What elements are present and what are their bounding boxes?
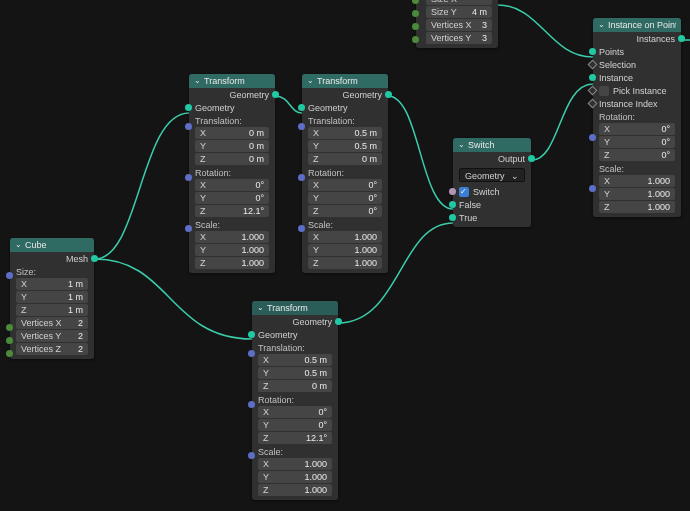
node-header[interactable]: ⌄ Transform <box>252 301 338 315</box>
pick-instance-row[interactable]: Pick Instance <box>593 84 681 97</box>
transform-node-1[interactable]: ⌄ Transform Geometry Geometry Translatio… <box>189 74 275 273</box>
grid-verts-x-field[interactable]: Vertices X3 <box>426 19 492 31</box>
sz-field[interactable]: Z1.000 <box>308 257 382 269</box>
sy-field[interactable]: Y1.000 <box>195 244 269 256</box>
sz-field[interactable]: Z1.000 <box>599 201 675 213</box>
points-input-row: Points <box>593 45 681 58</box>
scale-label: Scale: <box>593 162 681 174</box>
node-header[interactable]: ⌄ Transform <box>189 74 275 88</box>
node-title: Switch <box>468 140 495 150</box>
switch-checkbox[interactable] <box>459 187 469 197</box>
ry-field[interactable]: Y0° <box>258 419 332 431</box>
switch-true-row: True <box>453 211 531 224</box>
tx-field[interactable]: X0 m <box>195 127 269 139</box>
switch-toggle-row[interactable]: Switch <box>453 185 531 198</box>
chevron-down-icon: ⌄ <box>307 77 314 85</box>
verts-y-field[interactable]: Vertices Y2 <box>16 330 88 342</box>
chevron-down-icon: ⌄ <box>511 169 519 181</box>
sx-field[interactable]: X1.000 <box>599 175 675 187</box>
ty-field[interactable]: Y0 m <box>195 140 269 152</box>
ty-field[interactable]: Y0.5 m <box>308 140 382 152</box>
chevron-down-icon: ⌄ <box>194 77 201 85</box>
chevron-down-icon: ⌄ <box>257 304 264 312</box>
node-title: Instance on Points <box>608 20 676 30</box>
rot-label: Rotation: <box>302 166 388 178</box>
rz-field[interactable]: Z12.1° <box>195 205 269 217</box>
size-y-field[interactable]: Y1 m <box>16 291 88 303</box>
instances-output-row: Instances <box>593 32 681 45</box>
scale-label: Scale: <box>252 445 338 457</box>
chevron-down-icon: ⌄ <box>15 241 22 249</box>
node-title: Transform <box>204 76 245 86</box>
trans-label: Translation: <box>189 114 275 126</box>
chevron-down-icon: ⌄ <box>458 141 465 149</box>
geometry-output-row: Geometry <box>189 88 275 101</box>
tz-field[interactable]: Z0 m <box>308 153 382 165</box>
sx-field[interactable]: X1.000 <box>195 231 269 243</box>
trans-label: Translation: <box>252 341 338 353</box>
rx-field[interactable]: X0° <box>195 179 269 191</box>
geometry-input-row: Geometry <box>302 101 388 114</box>
size-label: Size: <box>10 265 94 277</box>
rx-field[interactable]: X0° <box>599 123 675 135</box>
verts-z-field[interactable]: Vertices Z2 <box>16 343 88 355</box>
scale-label: Scale: <box>302 218 388 230</box>
switch-output-row: Output <box>453 152 531 165</box>
rot-label: Rotation: <box>252 393 338 405</box>
size-x-field[interactable]: X1 m <box>16 278 88 290</box>
switch-type-dropdown[interactable]: Geometry⌄ <box>459 168 525 182</box>
geometry-input-row: Geometry <box>189 101 275 114</box>
transform-node-3[interactable]: ⌄ Transform Geometry Geometry Translatio… <box>252 301 338 500</box>
pick-instance-checkbox[interactable] <box>599 86 609 96</box>
tx-field[interactable]: X0.5 m <box>308 127 382 139</box>
node-header[interactable]: ⌄ Instance on Points <box>593 18 681 32</box>
rz-field[interactable]: Z12.1° <box>258 432 332 444</box>
instance-index-row: Instance Index <box>593 97 681 110</box>
mesh-output-row: Mesh <box>10 252 94 265</box>
sz-field[interactable]: Z1.000 <box>258 484 332 496</box>
node-title: Cube <box>25 240 47 250</box>
sy-field[interactable]: Y1.000 <box>308 244 382 256</box>
instance-input-row: Instance <box>593 71 681 84</box>
grid-size-x-field[interactable]: Size X <box>426 0 492 5</box>
tz-field[interactable]: Z0 m <box>195 153 269 165</box>
ry-field[interactable]: Y0° <box>195 192 269 204</box>
rx-field[interactable]: X0° <box>258 406 332 418</box>
rz-field[interactable]: Z0° <box>599 149 675 161</box>
trans-label: Translation: <box>302 114 388 126</box>
sy-field[interactable]: Y1.000 <box>599 188 675 200</box>
sy-field[interactable]: Y1.000 <box>258 471 332 483</box>
sz-field[interactable]: Z1.000 <box>195 257 269 269</box>
ry-field[interactable]: Y0° <box>308 192 382 204</box>
chevron-down-icon: ⌄ <box>598 21 605 29</box>
selection-input-row: Selection <box>593 58 681 71</box>
node-title: Transform <box>317 76 358 86</box>
rx-field[interactable]: X0° <box>308 179 382 191</box>
ty-field[interactable]: Y0.5 m <box>258 367 332 379</box>
switch-false-row: False <box>453 198 531 211</box>
ry-field[interactable]: Y0° <box>599 136 675 148</box>
scale-label: Scale: <box>189 218 275 230</box>
rot-label: Rotation: <box>189 166 275 178</box>
rz-field[interactable]: Z0° <box>308 205 382 217</box>
node-title: Transform <box>267 303 308 313</box>
switch-node[interactable]: ⌄ Switch Output Geometry⌄ Switch False T… <box>453 138 531 227</box>
grid-node[interactable]: Size X Size Y4 m Vertices X3 Vertices Y3 <box>416 0 498 48</box>
size-z-field[interactable]: Z1 m <box>16 304 88 316</box>
geometry-output-row: Geometry <box>302 88 388 101</box>
tx-field[interactable]: X0.5 m <box>258 354 332 366</box>
node-header[interactable]: ⌄ Cube <box>10 238 94 252</box>
instance-on-points-node[interactable]: ⌄ Instance on Points Instances Points Se… <box>593 18 681 217</box>
grid-verts-y-field[interactable]: Vertices Y3 <box>426 32 492 44</box>
grid-size-y-field[interactable]: Size Y4 m <box>426 6 492 18</box>
cube-node[interactable]: ⌄ Cube Mesh Size: X1 m Y1 m Z1 m Vertice… <box>10 238 94 359</box>
geometry-output-row: Geometry <box>252 315 338 328</box>
tz-field[interactable]: Z0 m <box>258 380 332 392</box>
node-header[interactable]: ⌄ Transform <box>302 74 388 88</box>
sx-field[interactable]: X1.000 <box>258 458 332 470</box>
geometry-input-row: Geometry <box>252 328 338 341</box>
node-header[interactable]: ⌄ Switch <box>453 138 531 152</box>
verts-x-field[interactable]: Vertices X2 <box>16 317 88 329</box>
transform-node-2[interactable]: ⌄ Transform Geometry Geometry Translatio… <box>302 74 388 273</box>
sx-field[interactable]: X1.000 <box>308 231 382 243</box>
